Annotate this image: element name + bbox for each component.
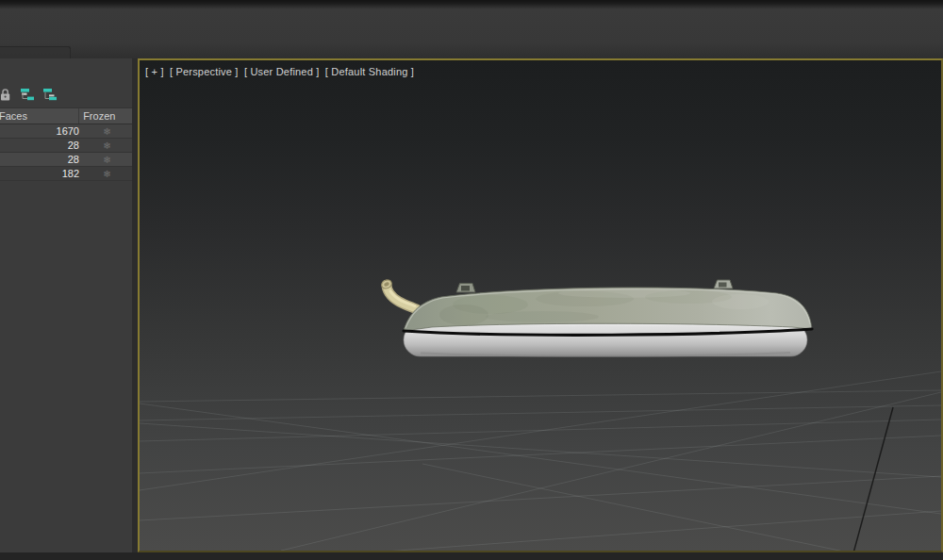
faces-value: 182 [0,168,82,179]
viewport-label: [ + ] [ Perspective ] [ User Defined ] [… [145,66,417,77]
object-table: Faces Frozen 1670 ❄ 28 ❄ 28 ❄ [0,107,132,181]
lock-icon[interactable] [0,87,12,102]
application-window: Faces Frozen 1670 ❄ 28 ❄ 28 ❄ [0,0,943,560]
street-light-model[interactable] [377,275,820,365]
viewport-general-menu[interactable]: [ + ] [145,66,164,77]
viewport-pov-menu[interactable]: [ Perspective ] [170,66,239,77]
frozen-cell[interactable]: ❄ [82,154,132,165]
fixture-diffuser[interactable] [404,323,807,356]
panel-toolbar [0,86,58,103]
collapse-all-icon[interactable] [42,87,58,102]
table-row[interactable]: 1670 ❄ [0,124,132,139]
faces-value: 28 [0,154,82,165]
viewport-shading-menu[interactable]: [ Default Shading ] [325,66,414,77]
top-bar [0,0,943,58]
faces-value: 1670 [0,125,82,137]
frozen-cell[interactable]: ❄ [82,168,132,179]
perspective-viewport[interactable]: [ + ] [ Perspective ] [ User Defined ] [… [138,58,943,552]
viewport-lighting-menu[interactable]: [ User Defined ] [244,66,320,77]
faces-value: 28 [0,140,82,151]
frozen-cell[interactable]: ❄ [82,125,132,137]
fixture-mount-tab-right[interactable] [714,280,733,288]
table-header: Faces Frozen [0,107,132,124]
fixture-mount-tab-left[interactable] [456,284,475,293]
frozen-snowflake-icon[interactable]: ❄ [103,169,110,179]
scene-explorer-panel: Faces Frozen 1670 ❄ 28 ❄ 28 ❄ [0,58,132,560]
bottom-edge [0,552,943,560]
column-header-frozen[interactable]: Frozen [78,108,132,124]
column-header-faces[interactable]: Faces [0,110,78,122]
frozen-cell[interactable]: ❄ [82,140,132,151]
table-row[interactable]: 182 ❄ [0,167,132,181]
expand-all-icon[interactable] [20,87,35,102]
frozen-snowflake-icon[interactable]: ❄ [103,155,110,165]
table-row[interactable]: 28 ❄ [0,153,132,167]
topbar-notch [0,46,71,59]
fixture-conduit[interactable] [380,278,417,309]
table-row[interactable]: 28 ❄ [0,139,132,153]
frozen-snowflake-icon[interactable]: ❄ [103,126,110,137]
frozen-snowflake-icon[interactable]: ❄ [103,140,110,151]
